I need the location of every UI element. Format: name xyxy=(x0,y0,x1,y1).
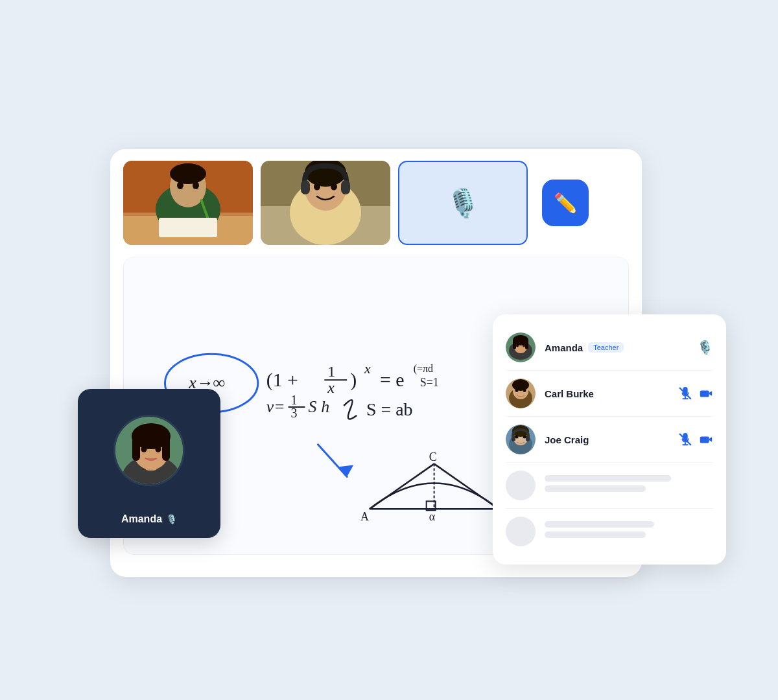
cam-icon-joe[interactable] xyxy=(699,432,713,447)
svg-rect-54 xyxy=(132,435,140,461)
participant-name-text-joe: Joe Craig xyxy=(545,434,589,445)
participants-panel: Amanda Teacher 🎙️ xyxy=(493,314,726,565)
svg-text:x: x xyxy=(327,379,335,396)
svg-text:1: 1 xyxy=(327,363,335,380)
video-thumb-student1[interactable] xyxy=(123,161,253,245)
mic-active-icon: 🎙️ xyxy=(446,187,480,219)
svg-text:S: S xyxy=(308,397,316,416)
amanda-name-label: Amanda 🎙️ xyxy=(121,513,177,525)
svg-point-15 xyxy=(314,183,320,191)
svg-text:S=1: S=1 xyxy=(420,376,439,389)
participant-info-carl: Carl Burke xyxy=(545,388,678,399)
amanda-avatar xyxy=(113,415,185,486)
participant-avatar-joe xyxy=(506,425,536,454)
svg-text:1: 1 xyxy=(291,393,298,407)
mic-off-icon-carl[interactable] xyxy=(678,386,692,401)
placeholder-avatar-2 xyxy=(506,517,536,546)
participant-avatar-amanda xyxy=(506,332,536,362)
teacher-badge: Teacher xyxy=(588,342,624,353)
participant-info-joe: Joe Craig xyxy=(545,434,678,445)
participant-name-text-amanda: Amanda xyxy=(545,342,583,353)
svg-point-71 xyxy=(523,388,526,392)
svg-text:α: α xyxy=(429,510,435,523)
participant-icons-amanda: 🎙️ xyxy=(697,340,713,355)
svg-rect-62 xyxy=(513,339,516,349)
video-strip: 🎙️ ✏️ xyxy=(110,149,642,257)
svg-text:A: A xyxy=(360,510,369,523)
svg-text:v=: v= xyxy=(266,397,285,416)
participant-icons-carl xyxy=(678,386,713,401)
participant-avatar-carl xyxy=(506,379,536,408)
svg-text:): ) xyxy=(350,369,357,391)
cam-icon-carl[interactable] xyxy=(699,386,713,401)
svg-text:h: h xyxy=(321,397,329,416)
placeholder-lines-2 xyxy=(545,521,713,542)
participant-row-carl: Carl Burke xyxy=(506,371,713,417)
svg-rect-79 xyxy=(526,435,530,441)
svg-text:3: 3 xyxy=(291,406,298,420)
participant-name-amanda: Amanda Teacher xyxy=(545,342,697,353)
svg-text:= e: = e xyxy=(380,369,405,390)
svg-text:(=πd: (=πd xyxy=(414,363,433,375)
svg-point-5 xyxy=(170,163,206,184)
svg-point-16 xyxy=(331,183,337,191)
svg-point-6 xyxy=(177,181,183,189)
video-thumb-mic[interactable]: 🎙️ xyxy=(398,161,528,245)
svg-point-7 xyxy=(193,181,199,189)
edit-button[interactable]: ✏️ xyxy=(542,180,589,226)
svg-point-70 xyxy=(515,388,519,392)
amanda-name-text: Amanda xyxy=(121,513,162,525)
svg-rect-78 xyxy=(512,435,515,441)
participant-info-amanda: Amanda Teacher xyxy=(545,342,697,353)
svg-point-57 xyxy=(156,446,161,452)
participant-name-carl: Carl Burke xyxy=(545,388,678,399)
svg-text:x: x xyxy=(364,360,371,377)
participant-icons-joe xyxy=(678,432,713,447)
svg-rect-9 xyxy=(159,218,217,237)
participant-name-joe: Joe Craig xyxy=(545,434,678,445)
svg-point-64 xyxy=(516,344,519,347)
placeholder-avatar-1 xyxy=(506,471,536,500)
svg-point-69 xyxy=(512,379,529,391)
mic-on-icon-amanda[interactable]: 🎙️ xyxy=(697,340,713,355)
svg-rect-18 xyxy=(341,180,350,194)
svg-rect-83 xyxy=(700,436,709,443)
participant-placeholder-row-1 xyxy=(506,463,713,509)
scene: 🎙️ ✏️ x→∞ (1 + 1 x ) xyxy=(71,97,707,603)
svg-text:(1 +: (1 + xyxy=(266,369,298,391)
participant-name-text-carl: Carl Burke xyxy=(545,388,594,399)
svg-point-80 xyxy=(515,436,519,439)
amanda-card: Amanda 🎙️ xyxy=(78,389,220,538)
edit-icon: ✏️ xyxy=(554,192,578,215)
participant-row-joe: Joe Craig xyxy=(506,417,713,463)
participant-placeholder-row-2 xyxy=(506,509,713,554)
mic-off-icon-joe[interactable] xyxy=(678,432,692,447)
svg-text:S = ab: S = ab xyxy=(366,399,412,419)
svg-text:C: C xyxy=(429,450,437,463)
participant-row-amanda: Amanda Teacher 🎙️ xyxy=(506,325,713,371)
svg-rect-73 xyxy=(700,390,709,397)
svg-point-65 xyxy=(523,344,525,347)
svg-point-56 xyxy=(141,446,147,452)
svg-rect-17 xyxy=(301,180,310,194)
placeholder-lines-1 xyxy=(545,475,713,496)
video-thumb-student2[interactable] xyxy=(261,161,390,245)
amanda-mic-icon: 🎙️ xyxy=(166,514,177,524)
svg-rect-63 xyxy=(525,339,528,349)
svg-point-81 xyxy=(523,436,526,439)
svg-rect-55 xyxy=(162,435,170,461)
